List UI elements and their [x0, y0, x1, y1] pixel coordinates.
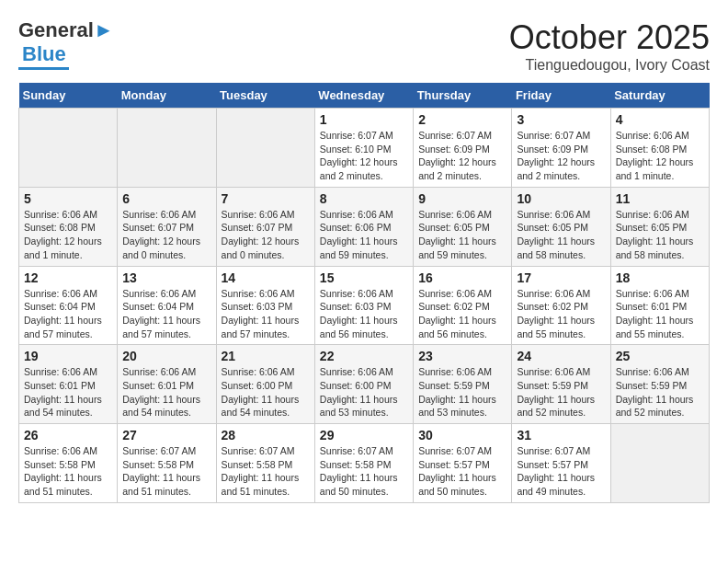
logo-blue-text: Blue: [22, 42, 66, 66]
day-info: Sunrise: 6:06 AM Sunset: 6:00 PM Dayligh…: [222, 365, 310, 419]
day-info: Sunrise: 6:06 AM Sunset: 6:00 PM Dayligh…: [320, 365, 408, 419]
day-info: Sunrise: 6:06 AM Sunset: 5:58 PM Dayligh…: [24, 444, 112, 499]
day-cell: [216, 109, 314, 188]
day-cell: [610, 424, 709, 503]
day-number: 28: [222, 428, 310, 442]
calendar-table: SundayMondayTuesdayWednesdayThursdayFrid…: [18, 83, 710, 503]
day-cell: 31Sunrise: 6:07 AM Sunset: 5:57 PM Dayli…: [512, 424, 610, 503]
day-info: Sunrise: 6:06 AM Sunset: 6:08 PM Dayligh…: [616, 129, 704, 183]
day-cell: 22Sunrise: 6:06 AM Sunset: 6:00 PM Dayli…: [314, 345, 413, 424]
day-info: Sunrise: 6:06 AM Sunset: 6:03 PM Dayligh…: [222, 287, 310, 341]
day-cell: 17Sunrise: 6:06 AM Sunset: 6:02 PM Dayli…: [512, 266, 610, 345]
logo: General► Blue: [18, 18, 114, 70]
day-number: 23: [418, 349, 506, 363]
day-cell: 27Sunrise: 6:07 AM Sunset: 5:58 PM Dayli…: [118, 424, 216, 503]
day-cell: 2Sunrise: 6:07 AM Sunset: 6:09 PM Daylig…: [414, 109, 512, 188]
day-number: 29: [320, 428, 408, 442]
day-info: Sunrise: 6:06 AM Sunset: 6:01 PM Dayligh…: [122, 365, 210, 419]
day-number: 10: [517, 191, 605, 206]
day-info: Sunrise: 6:06 AM Sunset: 6:04 PM Dayligh…: [122, 287, 210, 341]
title-block: October 2025 Tienguedougou, Ivory Coast: [509, 18, 710, 74]
header-monday: Monday: [118, 83, 216, 109]
day-cell: 14Sunrise: 6:06 AM Sunset: 6:03 PM Dayli…: [216, 266, 314, 345]
day-info: Sunrise: 6:07 AM Sunset: 5:57 PM Dayligh…: [418, 444, 506, 499]
day-info: Sunrise: 6:06 AM Sunset: 5:59 PM Dayligh…: [418, 365, 506, 419]
day-number: 2: [418, 112, 506, 127]
day-cell: 18Sunrise: 6:06 AM Sunset: 6:01 PM Dayli…: [610, 266, 709, 345]
day-number: 6: [122, 191, 210, 206]
day-info: Sunrise: 6:06 AM Sunset: 5:59 PM Dayligh…: [616, 365, 704, 419]
logo-text: General►: [18, 18, 114, 42]
day-number: 25: [616, 349, 704, 363]
day-cell: 25Sunrise: 6:06 AM Sunset: 5:59 PM Dayli…: [610, 345, 709, 424]
day-cell: 23Sunrise: 6:06 AM Sunset: 5:59 PM Dayli…: [414, 345, 512, 424]
day-number: 18: [616, 270, 704, 285]
day-number: 4: [616, 112, 704, 127]
day-number: 21: [222, 349, 310, 363]
day-info: Sunrise: 6:06 AM Sunset: 6:03 PM Dayligh…: [320, 287, 408, 341]
week-row-5: 26Sunrise: 6:06 AM Sunset: 5:58 PM Dayli…: [19, 424, 710, 503]
day-cell: [118, 109, 216, 188]
day-cell: 10Sunrise: 6:06 AM Sunset: 6:05 PM Dayli…: [512, 187, 610, 266]
day-cell: 29Sunrise: 6:07 AM Sunset: 5:58 PM Dayli…: [314, 424, 413, 503]
day-number: 26: [24, 428, 112, 442]
day-info: Sunrise: 6:06 AM Sunset: 6:05 PM Dayligh…: [418, 208, 506, 262]
day-info: Sunrise: 6:06 AM Sunset: 6:02 PM Dayligh…: [418, 287, 506, 341]
day-info: Sunrise: 6:07 AM Sunset: 5:57 PM Dayligh…: [517, 444, 605, 499]
day-number: 13: [122, 270, 210, 285]
day-info: Sunrise: 6:06 AM Sunset: 6:01 PM Dayligh…: [24, 365, 112, 419]
day-info: Sunrise: 6:06 AM Sunset: 6:04 PM Dayligh…: [24, 287, 112, 341]
header-thursday: Thursday: [414, 83, 512, 109]
calendar-header-row: SundayMondayTuesdayWednesdayThursdayFrid…: [19, 83, 710, 109]
day-info: Sunrise: 6:06 AM Sunset: 6:07 PM Dayligh…: [122, 208, 210, 262]
day-cell: 26Sunrise: 6:06 AM Sunset: 5:58 PM Dayli…: [19, 424, 118, 503]
day-number: 11: [616, 191, 704, 206]
day-info: Sunrise: 6:07 AM Sunset: 6:10 PM Dayligh…: [320, 129, 408, 183]
day-number: 31: [517, 428, 605, 442]
day-info: Sunrise: 6:06 AM Sunset: 6:08 PM Dayligh…: [24, 208, 112, 262]
day-info: Sunrise: 6:06 AM Sunset: 5:59 PM Dayligh…: [517, 365, 605, 419]
week-row-3: 12Sunrise: 6:06 AM Sunset: 6:04 PM Dayli…: [19, 266, 710, 345]
day-number: 30: [418, 428, 506, 442]
day-number: 5: [24, 191, 112, 206]
day-cell: 30Sunrise: 6:07 AM Sunset: 5:57 PM Dayli…: [414, 424, 512, 503]
day-cell: 7Sunrise: 6:06 AM Sunset: 6:07 PM Daylig…: [216, 187, 314, 266]
week-row-2: 5Sunrise: 6:06 AM Sunset: 6:08 PM Daylig…: [19, 187, 710, 266]
day-cell: 5Sunrise: 6:06 AM Sunset: 6:08 PM Daylig…: [19, 187, 118, 266]
day-info: Sunrise: 6:06 AM Sunset: 6:02 PM Dayligh…: [517, 287, 605, 341]
day-cell: 9Sunrise: 6:06 AM Sunset: 6:05 PM Daylig…: [414, 187, 512, 266]
day-info: Sunrise: 6:07 AM Sunset: 6:09 PM Dayligh…: [517, 129, 605, 183]
day-number: 7: [222, 191, 310, 206]
day-info: Sunrise: 6:06 AM Sunset: 6:05 PM Dayligh…: [517, 208, 605, 262]
month-title: October 2025: [509, 18, 710, 57]
day-cell: [19, 109, 118, 188]
day-cell: 19Sunrise: 6:06 AM Sunset: 6:01 PM Dayli…: [19, 345, 118, 424]
day-cell: 20Sunrise: 6:06 AM Sunset: 6:01 PM Dayli…: [118, 345, 216, 424]
day-cell: 21Sunrise: 6:06 AM Sunset: 6:00 PM Dayli…: [216, 345, 314, 424]
day-number: 3: [517, 112, 605, 127]
day-cell: 8Sunrise: 6:06 AM Sunset: 6:06 PM Daylig…: [314, 187, 413, 266]
header-friday: Friday: [512, 83, 610, 109]
day-info: Sunrise: 6:06 AM Sunset: 6:06 PM Dayligh…: [320, 208, 408, 262]
header-wednesday: Wednesday: [314, 83, 413, 109]
day-cell: 13Sunrise: 6:06 AM Sunset: 6:04 PM Dayli…: [118, 266, 216, 345]
day-cell: 4Sunrise: 6:06 AM Sunset: 6:08 PM Daylig…: [610, 109, 709, 188]
week-row-4: 19Sunrise: 6:06 AM Sunset: 6:01 PM Dayli…: [19, 345, 710, 424]
day-cell: 1Sunrise: 6:07 AM Sunset: 6:10 PM Daylig…: [314, 109, 413, 188]
day-info: Sunrise: 6:06 AM Sunset: 6:07 PM Dayligh…: [222, 208, 310, 262]
page-header: General► Blue October 2025 Tienguedougou…: [18, 18, 710, 74]
day-number: 27: [122, 428, 210, 442]
day-number: 9: [418, 191, 506, 206]
day-cell: 3Sunrise: 6:07 AM Sunset: 6:09 PM Daylig…: [512, 109, 610, 188]
day-number: 24: [517, 349, 605, 363]
header-saturday: Saturday: [610, 83, 709, 109]
day-number: 16: [418, 270, 506, 285]
day-info: Sunrise: 6:07 AM Sunset: 5:58 PM Dayligh…: [122, 444, 210, 499]
day-cell: 12Sunrise: 6:06 AM Sunset: 6:04 PM Dayli…: [19, 266, 118, 345]
day-cell: 24Sunrise: 6:06 AM Sunset: 5:59 PM Dayli…: [512, 345, 610, 424]
day-number: 12: [24, 270, 112, 285]
day-number: 17: [517, 270, 605, 285]
day-info: Sunrise: 6:06 AM Sunset: 6:01 PM Dayligh…: [616, 287, 704, 341]
day-info: Sunrise: 6:07 AM Sunset: 5:58 PM Dayligh…: [320, 444, 408, 499]
day-cell: 16Sunrise: 6:06 AM Sunset: 6:02 PM Dayli…: [414, 266, 512, 345]
